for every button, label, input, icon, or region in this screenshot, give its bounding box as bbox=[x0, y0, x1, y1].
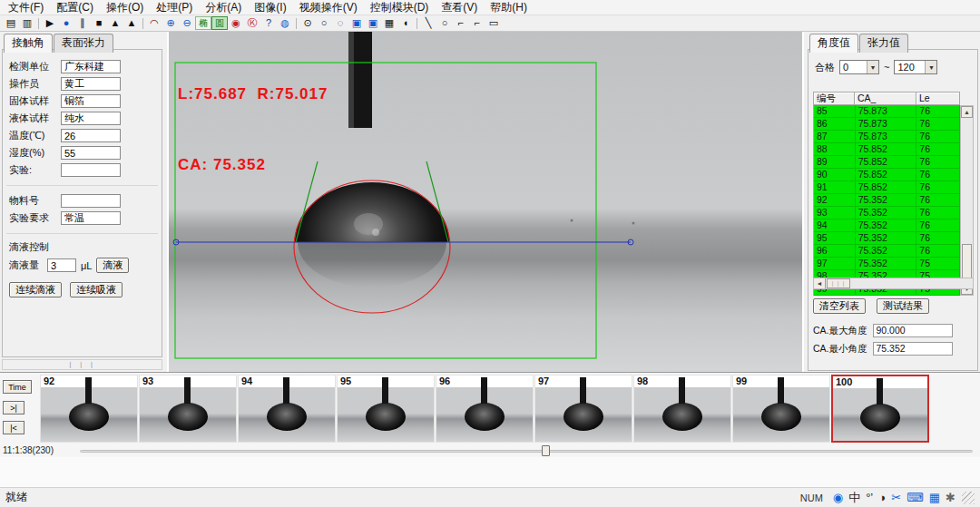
table-row[interactable]: 9575.35276 bbox=[814, 232, 960, 245]
pendant-drop-icon[interactable]: ○ bbox=[316, 16, 332, 30]
menu-item[interactable]: 处理(P) bbox=[150, 0, 199, 15]
sessile-drop-icon[interactable]: ⊙ bbox=[299, 16, 316, 30]
table-row[interactable]: 9675.35276 bbox=[814, 245, 960, 258]
image-export-icon[interactable]: ▥ bbox=[19, 16, 35, 30]
table-row[interactable]: 8575.87376 bbox=[814, 105, 960, 118]
exp-requirement-field[interactable] bbox=[61, 211, 121, 225]
frames-icon[interactable]: ▦ bbox=[381, 16, 397, 30]
humidity-field[interactable] bbox=[61, 146, 121, 160]
lang-chinese-indicator[interactable]: 中 bbox=[848, 492, 860, 503]
camera-down-icon[interactable]: ▲ bbox=[123, 16, 140, 30]
punctuation-icon[interactable]: °’ bbox=[866, 492, 873, 503]
scroll-left-icon[interactable]: ◄ bbox=[814, 278, 826, 288]
table-row[interactable]: 8975.85276 bbox=[814, 156, 960, 169]
globe-icon[interactable]: ◍ bbox=[277, 16, 293, 30]
qualify-max-select[interactable]: 120 ▼ bbox=[894, 60, 937, 74]
experiment-field[interactable] bbox=[61, 163, 121, 177]
test-result-button[interactable]: 测试结果 bbox=[877, 298, 929, 314]
hscrollbar-thumb[interactable]: ❘❘❘ bbox=[827, 278, 850, 288]
drop-volume-input[interactable] bbox=[47, 258, 76, 272]
menu-item[interactable]: 查看(V) bbox=[435, 0, 484, 15]
scroll-up-icon[interactable]: ▲ bbox=[961, 106, 973, 118]
timeline-slider-track[interactable] bbox=[80, 450, 973, 453]
drop-button[interactable]: 滴液 bbox=[96, 258, 129, 273]
filmstrip-thumbnail[interactable]: 94 bbox=[238, 375, 336, 443]
image-a-icon[interactable]: ▣ bbox=[348, 16, 365, 30]
play-icon[interactable]: ▶ bbox=[42, 16, 58, 30]
menu-item[interactable]: 图像(I) bbox=[248, 0, 292, 15]
tab-tension-values[interactable]: 张力值 bbox=[859, 34, 908, 53]
column-header-left[interactable]: Le bbox=[916, 92, 960, 105]
table-row[interactable]: 9775.35275 bbox=[814, 258, 960, 270]
clear-list-button[interactable]: 清空列表 bbox=[813, 298, 866, 314]
scissors-icon[interactable]: ✂ bbox=[891, 492, 901, 503]
chevron-down-icon[interactable]: ▼ bbox=[925, 61, 936, 73]
toolbox-icon[interactable]: ▦ bbox=[929, 492, 940, 503]
settings-icon[interactable]: ✱ bbox=[946, 492, 956, 503]
crosshair-icon[interactable]: ⊕ bbox=[162, 16, 179, 30]
filmstrip-thumbnail[interactable]: 97 bbox=[534, 375, 632, 443]
filmstrip-thumbnail[interactable]: 100 bbox=[831, 375, 929, 443]
table-row[interactable]: 8775.87376 bbox=[814, 131, 960, 143]
protractor-icon[interactable]: ◠ bbox=[146, 16, 162, 30]
tab-angle-values[interactable]: 角度值 bbox=[809, 34, 858, 53]
menu-item[interactable]: 视频操作(V) bbox=[293, 0, 364, 15]
circle-fit-button[interactable]: 圆 bbox=[211, 16, 228, 30]
circle-tool-icon[interactable]: ○ bbox=[436, 16, 453, 30]
liquid-sample-field[interactable] bbox=[61, 112, 121, 125]
ellipse-fit-button[interactable]: 椭 bbox=[195, 16, 211, 30]
temperature-field[interactable] bbox=[61, 129, 121, 142]
table-row[interactable]: 9275.35276 bbox=[814, 194, 960, 207]
zoom-out-icon[interactable]: ⊖ bbox=[179, 16, 195, 30]
table-hscrollbar[interactable]: ◄ ❘❘❘ bbox=[813, 278, 974, 289]
image-capture-icon[interactable]: ▤ bbox=[3, 16, 19, 30]
continuous-drop-button[interactable]: 连续滴液 bbox=[9, 282, 62, 297]
line-tool-icon[interactable]: ╲ bbox=[420, 16, 436, 30]
filmstrip-thumbnail[interactable]: 95 bbox=[337, 375, 435, 443]
left-panel-scrollbar[interactable]: ❘ ❘ ❘ bbox=[2, 359, 162, 370]
tab-surface-tension[interactable]: 表面张力 bbox=[54, 34, 113, 53]
operator-field[interactable] bbox=[61, 77, 121, 91]
pause-icon[interactable]: ∥ bbox=[74, 16, 91, 30]
filmstrip-thumbnail[interactable]: 99 bbox=[732, 375, 830, 443]
next-frame-button[interactable]: >| bbox=[3, 401, 24, 414]
solid-sample-field[interactable] bbox=[61, 94, 121, 108]
menu-item[interactable]: 控制模块(D) bbox=[364, 0, 436, 15]
filmstrip-thumbnail[interactable]: 96 bbox=[436, 375, 534, 443]
prev-frame-button[interactable]: |< bbox=[3, 421, 24, 434]
speaker-icon[interactable]: ◖ bbox=[397, 16, 414, 30]
fullhalf-icon[interactable]: ◑ bbox=[878, 492, 886, 503]
time-button[interactable]: Time bbox=[3, 380, 32, 394]
record-icon[interactable]: ● bbox=[58, 16, 74, 30]
detect-unit-field[interactable] bbox=[61, 60, 121, 73]
rect-tool-icon[interactable]: ▭ bbox=[485, 16, 502, 30]
drop-shape-icon[interactable]: ◌ bbox=[332, 16, 348, 30]
k-marker-icon[interactable]: Ⓚ bbox=[244, 16, 260, 30]
corner2-tool-icon[interactable]: ⌐ bbox=[469, 16, 485, 30]
record-dot-icon[interactable]: ◉ bbox=[228, 16, 244, 30]
table-vscrollbar[interactable]: ▲ ▼ bbox=[960, 105, 974, 296]
timeline-slider-thumb[interactable] bbox=[542, 445, 550, 456]
filmstrip-thumbnail[interactable]: 98 bbox=[633, 375, 731, 443]
table-row[interactable]: 9175.85276 bbox=[814, 181, 960, 194]
material-no-field[interactable] bbox=[61, 194, 121, 208]
camera-up-icon[interactable]: ▲ bbox=[107, 16, 123, 30]
column-header-ca[interactable]: CA_ bbox=[855, 92, 916, 105]
table-row[interactable]: 9075.85276 bbox=[814, 169, 960, 181]
stop-icon[interactable]: ■ bbox=[91, 16, 107, 30]
chevron-down-icon[interactable]: ▼ bbox=[867, 61, 878, 73]
ime-icon[interactable]: ◉ bbox=[833, 492, 843, 503]
menu-item[interactable]: 文件(F) bbox=[2, 0, 50, 15]
menu-item[interactable]: 帮助(H) bbox=[484, 0, 534, 15]
tab-contact-angle[interactable]: 接触角 bbox=[4, 34, 53, 53]
menu-item[interactable]: 配置(C) bbox=[50, 0, 100, 15]
help-icon[interactable]: ? bbox=[260, 16, 277, 30]
table-row[interactable]: 9375.35276 bbox=[814, 207, 960, 219]
table-row[interactable]: 8875.85276 bbox=[814, 143, 960, 156]
vscrollbar-thumb[interactable] bbox=[962, 244, 972, 282]
resize-grip[interactable] bbox=[962, 492, 975, 504]
menu-item[interactable]: 操作(O) bbox=[100, 0, 150, 15]
table-row[interactable]: 9475.35276 bbox=[814, 219, 960, 232]
continuous-suck-button[interactable]: 连续吸液 bbox=[70, 282, 122, 297]
softkeyboard-icon[interactable]: ⌨ bbox=[906, 492, 924, 503]
